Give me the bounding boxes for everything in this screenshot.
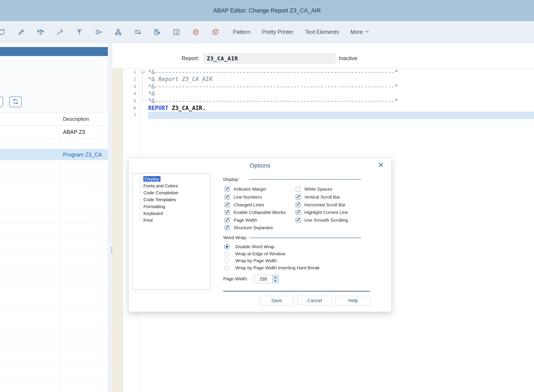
column-divider bbox=[60, 112, 60, 392]
checkbox-page-width[interactable]: ✓ bbox=[225, 218, 230, 223]
where-used-icon[interactable] bbox=[153, 28, 161, 37]
pretty-printer-button[interactable]: Pretty Printer bbox=[262, 29, 294, 35]
line-number[interactable]: 2 bbox=[123, 76, 139, 83]
checkbox-use-smooth-scrolling[interactable]: ✓ bbox=[296, 218, 300, 223]
edit-icon[interactable] bbox=[17, 28, 25, 37]
checkbox-label[interactable]: Use Smooth Scrolling bbox=[304, 217, 348, 223]
radio-wrap-by-page-width-inserting-hard-break[interactable] bbox=[224, 265, 230, 270]
pattern-button[interactable]: Pattern bbox=[233, 29, 250, 35]
fold-region-line bbox=[143, 74, 143, 101]
checkbox-label[interactable]: Horizontal Scroll Bar bbox=[304, 202, 346, 208]
checkbox-vertical-scroll-bar[interactable]: ✓ bbox=[296, 195, 300, 200]
code-line[interactable]: *&--------------------------------------… bbox=[139, 98, 534, 105]
page-width-label: Page Width: bbox=[223, 276, 248, 281]
checkbox-label[interactable]: Line Numbers bbox=[234, 194, 262, 200]
spinner-up-icon[interactable] bbox=[273, 275, 278, 279]
radio-label[interactable]: Wrap at Edge of Window bbox=[235, 251, 285, 257]
checkbox-line-numbers[interactable]: ✓ bbox=[225, 195, 230, 200]
display-group-rule bbox=[249, 179, 361, 180]
watchpoint-icon[interactable] bbox=[211, 28, 220, 37]
checkbox-label[interactable]: Highlight Current Line bbox=[304, 209, 348, 215]
activate-icon[interactable] bbox=[56, 28, 64, 37]
tree-item-label: Fonts and Colors bbox=[143, 183, 178, 188]
more-button[interactable]: More bbox=[351, 29, 370, 35]
code-line[interactable]: *&--------------------------------------… bbox=[139, 69, 534, 76]
tree-item-display[interactable]: Display bbox=[133, 176, 211, 182]
checkbox-indicator-margin[interactable]: ✓ bbox=[225, 187, 230, 191]
text-elements-button[interactable]: Text Elements bbox=[305, 29, 339, 35]
line-number[interactable]: 7 bbox=[123, 112, 139, 119]
hierarchy-icon[interactable] bbox=[114, 28, 122, 37]
indent-icon[interactable] bbox=[75, 28, 84, 37]
checkbox-changed-lines[interactable]: ✓ bbox=[225, 202, 230, 207]
sort-icon[interactable] bbox=[133, 28, 142, 37]
radio-label[interactable]: Wrap by Page Width bbox=[235, 258, 277, 264]
tree-items: DisplayFonts and ColorsCode CompletionCo… bbox=[133, 173, 211, 224]
checkbox-label[interactable]: Vertical Scroll Bar bbox=[304, 194, 340, 200]
cancel-button[interactable]: Cancel bbox=[297, 296, 332, 305]
line-number[interactable]: 6 bbox=[123, 105, 139, 112]
report-label: Report: bbox=[177, 55, 199, 61]
tree-item-code-templates[interactable]: Code Templates bbox=[133, 196, 211, 203]
code-line[interactable]: *&--------------------------------------… bbox=[139, 83, 534, 90]
page-width-input[interactable] bbox=[254, 275, 273, 283]
tree-item-print[interactable]: Print bbox=[133, 217, 211, 224]
chevron-down-icon bbox=[365, 29, 370, 35]
table-row[interactable]: ABAP Z3 bbox=[0, 126, 108, 138]
collapse-block-icon[interactable] bbox=[141, 70, 145, 74]
spinner-down-icon[interactable] bbox=[273, 279, 278, 283]
checkbox-label[interactable]: White Spaces bbox=[304, 186, 332, 192]
cutoff-toolbar-button[interactable] bbox=[0, 97, 3, 107]
tree-item-formatting[interactable]: Formatting bbox=[133, 203, 211, 210]
compare-icon[interactable] bbox=[94, 28, 103, 37]
check-icon[interactable] bbox=[36, 28, 45, 37]
line-number[interactable]: 1 bbox=[123, 69, 139, 76]
report-input[interactable] bbox=[204, 53, 335, 63]
code-line[interactable]: REPORT Z3_CA_AIR. bbox=[139, 105, 534, 112]
refresh-button[interactable] bbox=[9, 97, 22, 107]
line-number[interactable]: 3 bbox=[123, 83, 139, 90]
radio-wrap-by-page-width[interactable] bbox=[224, 258, 230, 263]
splitter[interactable]: ⋮ bbox=[108, 43, 112, 392]
tree-item-label: Code Templates bbox=[143, 197, 176, 202]
radio-disable-word-wrap[interactable] bbox=[224, 244, 230, 249]
code-line[interactable]: *& Report Z3_CA_AIR bbox=[139, 76, 534, 83]
checkbox-horizontal-scroll-bar[interactable]: ✓ bbox=[296, 202, 300, 207]
row-description: ABAP Z3 bbox=[63, 129, 85, 135]
checkbox-label[interactable]: Page Width bbox=[234, 217, 257, 223]
line-number[interactable]: 4 bbox=[123, 90, 139, 97]
breakpoint-icon[interactable] bbox=[192, 28, 200, 37]
tree-item-label: Keyboard bbox=[143, 211, 163, 216]
table-row[interactable]: Program Z3_CA bbox=[0, 149, 108, 160]
checkbox-label[interactable]: Changed Lines bbox=[234, 202, 264, 208]
checkbox-enable-collapsible-blocks[interactable]: ✓ bbox=[225, 210, 230, 215]
close-icon[interactable]: × bbox=[378, 159, 384, 170]
help-button[interactable]: Help bbox=[336, 296, 370, 305]
display-change-icon[interactable] bbox=[0, 28, 6, 37]
checkbox-label[interactable]: Structure Separator bbox=[234, 225, 273, 231]
code-line[interactable]: *& bbox=[139, 90, 534, 97]
checkbox-label[interactable]: Enable Collapsible Blocks bbox=[234, 209, 286, 215]
dialog-title: Options bbox=[129, 162, 391, 169]
info-icon[interactable] bbox=[172, 28, 181, 37]
checkbox-structure-separator[interactable]: ✓ bbox=[225, 225, 230, 230]
checkbox-white-spaces[interactable] bbox=[296, 187, 300, 191]
table-row[interactable] bbox=[0, 138, 108, 149]
editor-margin bbox=[112, 68, 122, 392]
tree-item-code-completion[interactable]: Code Completion bbox=[133, 189, 211, 196]
code-lines: *&--------------------------------------… bbox=[139, 69, 534, 119]
toolbar-button-group: PatternPretty PrinterText Elements bbox=[233, 29, 339, 35]
tree-item-keyboard[interactable]: Keyboard bbox=[133, 210, 211, 217]
radio-label[interactable]: Disable Word Wrap bbox=[235, 244, 274, 250]
row-description: Program Z3_CA bbox=[63, 151, 102, 158]
tree-item-fonts-and-colors[interactable]: Fonts and Colors bbox=[133, 182, 211, 189]
radio-label[interactable]: Wrap by Page Width Inserting Hard Break bbox=[235, 265, 320, 271]
line-number[interactable]: 5 bbox=[123, 98, 139, 105]
checkbox-highlight-current-line[interactable]: ✓ bbox=[296, 210, 300, 215]
code-line[interactable] bbox=[139, 112, 534, 119]
object-list-table: Description ABAP Z3Program Z3_CA bbox=[0, 112, 108, 392]
radio-wrap-at-edge-of-window[interactable] bbox=[224, 251, 230, 256]
checkbox-label[interactable]: Indicator Margin bbox=[234, 186, 266, 192]
options-tree: DisplayFonts and ColorsCode CompletionCo… bbox=[132, 173, 211, 289]
save-button[interactable]: Save bbox=[259, 296, 294, 305]
